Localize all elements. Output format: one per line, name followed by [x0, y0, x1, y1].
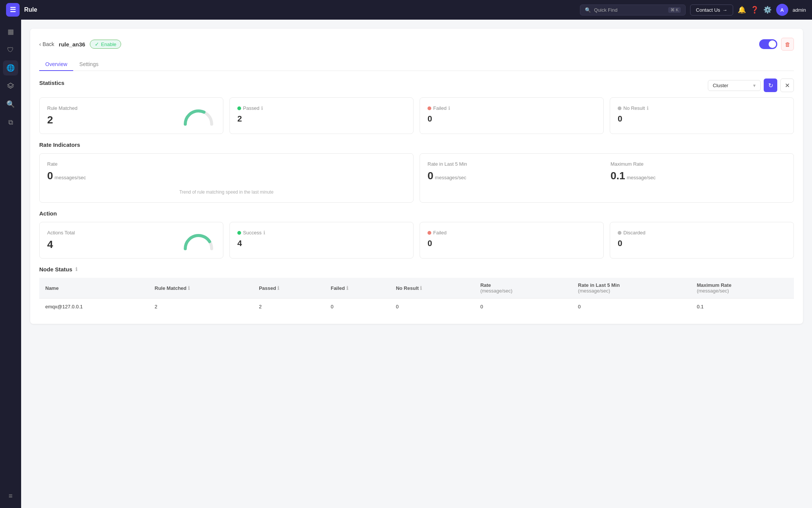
col-name: Name [39, 278, 149, 299]
sidebar-item-dashboard[interactable]: ▦ [3, 24, 18, 39]
notification-icon[interactable]: 🔔 [738, 6, 746, 14]
sidebar-item-expand[interactable]: ≡ [3, 488, 18, 503]
cell-max-rate: 0.1 [691, 299, 794, 315]
failed-label: Failed ℹ [428, 105, 596, 111]
actions-total-value: 4 [47, 239, 75, 251]
rate-last-5min: Rate in Last 5 Min 0 messages/sec [428, 161, 603, 182]
tab-settings[interactable]: Settings [73, 58, 105, 71]
failed-dot [428, 106, 431, 110]
trash-icon: 🗑 [785, 41, 790, 48]
main-content: ‹ Back rule_an36 ✓ Enable 🗑 Overview Set… [21, 20, 812, 508]
contact-us-button[interactable]: Contact Us → [690, 5, 733, 15]
rule-matched-card: Rule Matched 2 [39, 97, 223, 134]
cluster-select[interactable]: Cluster ▾ [708, 80, 761, 91]
col-rate: Rate(message/sec) [474, 278, 572, 299]
success-info-icon[interactable]: ℹ [263, 230, 265, 236]
delete-button[interactable]: 🗑 [781, 38, 794, 51]
no-result-info-icon[interactable]: ℹ [647, 105, 649, 111]
enable-toggle[interactable] [759, 39, 777, 49]
actions-total-card: Actions Total 4 [39, 222, 223, 259]
rate-sub-card: Rate in Last 5 Min 0 messages/sec Maximu… [420, 153, 794, 203]
action-title: Action [39, 210, 794, 217]
settings-icon[interactable]: ⚙️ [763, 6, 772, 14]
rate-value: 0 [47, 170, 53, 182]
rate-last-5min-label: Rate in Last 5 Min [428, 161, 603, 167]
back-arrow-icon: ‹ [39, 41, 41, 47]
cell-passed: 2 [253, 299, 324, 315]
rate-last-5min-value: 0 [428, 170, 434, 182]
avatar[interactable]: A [776, 4, 788, 16]
search-bar[interactable]: 🔍 Quick Find ⌘ K [580, 5, 686, 15]
table-header-row: Name Rule Matched ℹ Passed ℹ Failed ℹ [39, 278, 794, 299]
sidebar-item-search[interactable]: 🔍 [3, 97, 18, 112]
table-row: emqx@127.0.0.1 2 2 0 0 0 0 0.1 [39, 299, 794, 315]
svg-marker-0 [8, 83, 14, 87]
enable-label: Enable [101, 42, 116, 47]
app-logo: ☰ [6, 3, 20, 17]
close-button[interactable]: ✕ [780, 79, 794, 92]
passed-dot [237, 106, 241, 110]
cell-rate: 0 [474, 299, 572, 315]
passed-label: Passed ℹ [237, 105, 406, 111]
maximum-rate-value: 0.1 [611, 170, 625, 182]
rate-unit: messages/sec [55, 175, 86, 180]
check-icon: ✓ [95, 41, 99, 47]
rate-label: Rate [47, 161, 406, 167]
failed-value: 0 [428, 114, 596, 124]
search-icon: 🔍 [585, 7, 591, 13]
back-button[interactable]: ‹ Back [39, 41, 54, 47]
col-failed: Failed ℹ [324, 278, 390, 299]
rate-indicators-title: Rate Indicators [39, 142, 794, 148]
rate-card: Rate 0 messages/sec Trend of rule matchi… [39, 153, 414, 203]
no-result-label: No Result ℹ [618, 105, 786, 111]
cell-no-result: 0 [390, 299, 474, 315]
col-rule-matched: Rule Matched ℹ [149, 278, 253, 299]
node-status-info-icon[interactable]: ℹ [75, 266, 77, 272]
action-grid: Actions Total 4 Success ℹ 4 [39, 222, 794, 259]
col-rule-matched-icon[interactable]: ℹ [188, 285, 190, 291]
refresh-button[interactable]: ↻ [764, 79, 777, 92]
rate-trend-text: Trend of rule matching speed in the last… [47, 189, 406, 195]
col-passed: Passed ℹ [253, 278, 324, 299]
failed-info-icon[interactable]: ℹ [448, 105, 450, 111]
passed-value: 2 [237, 114, 406, 124]
discarded-value: 0 [618, 239, 786, 248]
rule-matched-label: Rule Matched [47, 105, 77, 111]
no-result-card: No Result ℹ 0 [610, 97, 794, 134]
sidebar-item-stack[interactable]: ⧉ [3, 115, 18, 130]
node-status-table: Name Rule Matched ℹ Passed ℹ Failed ℹ [39, 278, 794, 315]
col-no-result: No Result ℹ [390, 278, 474, 299]
node-status-title: Node Status [39, 266, 72, 272]
sidebar-item-globe[interactable]: 🌐 [3, 60, 18, 75]
sidebar-item-shield[interactable]: 🛡 [3, 42, 18, 57]
maximum-rate-label: Maximum Rate [611, 161, 786, 167]
sidebar-item-layers[interactable] [3, 79, 18, 94]
col-no-result-icon[interactable]: ℹ [420, 285, 422, 291]
cluster-label: Cluster [713, 83, 728, 88]
col-failed-icon[interactable]: ℹ [346, 285, 348, 291]
passed-info-icon[interactable]: ℹ [261, 105, 263, 111]
actions-total-label: Actions Total [47, 230, 75, 236]
col-rate-5min: Rate in Last 5 Min(message/sec) [572, 278, 691, 299]
tab-overview[interactable]: Overview [39, 58, 73, 71]
rule-matched-value: 2 [47, 114, 77, 126]
tabs: Overview Settings [39, 58, 794, 71]
maximum-rate-unit: message/sec [627, 175, 656, 180]
enable-badge[interactable]: ✓ Enable [90, 40, 121, 49]
no-result-dot [618, 106, 621, 110]
col-passed-icon[interactable]: ℹ [277, 285, 279, 291]
page-header: ‹ Back rule_an36 ✓ Enable 🗑 [39, 38, 794, 51]
no-result-value: 0 [618, 114, 786, 124]
failed-card: Failed ℹ 0 [420, 97, 604, 134]
rate-last-5min-unit: messages/sec [435, 175, 466, 180]
rate-sub-grid: Rate in Last 5 Min 0 messages/sec Maximu… [428, 161, 786, 182]
topnav-actions: Contact Us → 🔔 ❓ ⚙️ A admin [690, 4, 806, 16]
page-title: Rule [24, 6, 575, 13]
help-icon[interactable]: ❓ [750, 6, 759, 14]
topnav: ☰ Rule 🔍 Quick Find ⌘ K Contact Us → 🔔 ❓… [0, 0, 812, 20]
statistics-title: Statistics [39, 80, 65, 86]
cell-rule-matched: 2 [149, 299, 253, 315]
search-shortcut: ⌘ K [668, 7, 681, 13]
cell-rate-5min: 0 [572, 299, 691, 315]
sidebar: ▦ 🛡 🌐 🔍 ⧉ ≡ [0, 20, 21, 508]
